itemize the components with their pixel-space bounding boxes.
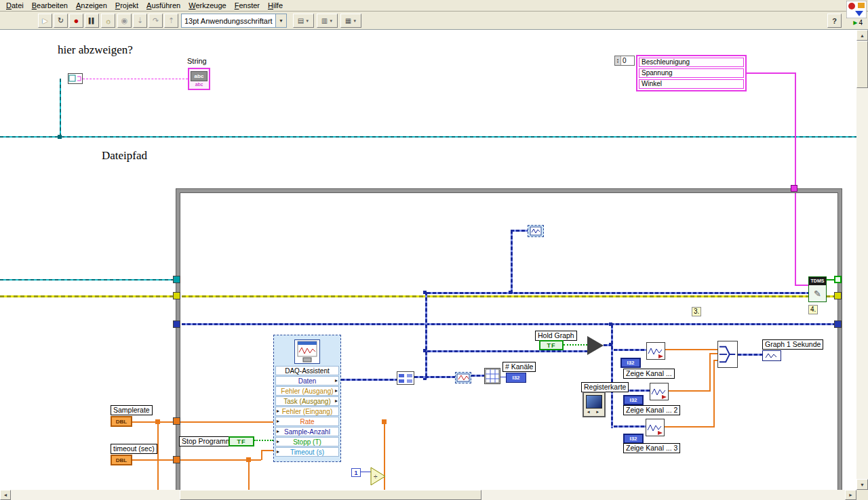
scroll-up-button[interactable]: ▲	[856, 30, 868, 41]
daq-row-fehler-ausgang[interactable]: Fehler (Ausgang)▸	[275, 386, 339, 396]
menu-item-datei[interactable]: Datei	[2, 1, 28, 11]
divide-node[interactable]: ÷	[370, 467, 387, 486]
graph-label: Graph 1 Sekunde	[762, 339, 823, 350]
num-channels-label: # Kanäle	[502, 362, 536, 372]
run-continuous-button[interactable]: ↻	[54, 14, 68, 28]
channel-name-row[interactable]: Winkel	[639, 79, 744, 89]
font-selector-value: 13pt Anwendungsschriftart	[182, 17, 275, 25]
font-selector[interactable]: 13pt Anwendungsschriftart ▼	[181, 14, 287, 28]
samplerate-label: Samplerate	[111, 405, 153, 415]
run-continuous-icon: ↻	[58, 16, 64, 25]
scroll-left-button[interactable]: ◄	[0, 490, 11, 500]
daq-row-rate[interactable]: ▸Rate	[275, 417, 339, 426]
num-channels-i32-terminal[interactable]: I32	[506, 373, 526, 383]
array-index-spinner[interactable]: ▲ ▼ 0	[614, 56, 635, 66]
menu-item-projekt[interactable]: Projekt	[111, 1, 142, 11]
horizontal-scroll-thumb[interactable]	[180, 490, 481, 500]
distribute-objects-dropdown[interactable]: ▥▼	[317, 14, 338, 28]
spin-down-icon: ▼	[616, 61, 619, 64]
select-node[interactable]	[587, 336, 604, 355]
spinner-arrows[interactable]: ▲ ▼	[615, 56, 621, 65]
string-indicator-terminal[interactable]: abc abc	[188, 68, 210, 90]
daq-row-fehler-eingang[interactable]: ▸Fehler (Eingang)	[275, 407, 339, 416]
menu-bar: Datei Bearbeiten Anzeigen Projekt Ausfüh…	[0, 0, 868, 12]
tab-control-image	[586, 395, 602, 409]
highlight-execution-button[interactable]: ☼	[101, 14, 115, 28]
daq-row-sample-anzahl[interactable]: ▸Sample-Anzahl	[275, 427, 339, 436]
retain-wire-values-icon: ◉	[121, 16, 128, 25]
retain-wire-values-button[interactable]: ◉	[117, 14, 132, 28]
daq-row-stopp[interactable]: ▸Stopp (T)	[275, 437, 339, 446]
daq-row-task-ausgang[interactable]: Task (Ausgang)▸	[275, 396, 339, 406]
show-channel-3-i32[interactable]: I32	[623, 434, 644, 444]
abort-button[interactable]: ●	[69, 14, 83, 28]
channel-name-array[interactable]: Beschleunigung Spannung Winkel	[636, 55, 747, 91]
numeric-constant-1[interactable]: 1	[351, 468, 361, 477]
loop-tunnel-data-in	[173, 320, 180, 328]
graph-terminal[interactable]	[762, 350, 781, 361]
step-over-button[interactable]: ↷	[149, 14, 163, 28]
menu-item-anzeigen[interactable]: Anzeigen	[72, 1, 111, 11]
menu-item-bearbeiten[interactable]: Bearbeiten	[28, 1, 72, 11]
scroll-right-button[interactable]: ►	[845, 490, 856, 500]
step-out-button[interactable]: ⇡	[164, 14, 178, 28]
channel-name-row[interactable]: Beschleunigung	[639, 58, 744, 67]
daq-row-daten[interactable]: Daten▸	[275, 376, 339, 386]
block-diagram-canvas[interactable]: hier abzweigen? Dateipfad	[0, 30, 856, 490]
running-vis-count: 4	[859, 19, 863, 26]
menu-item-hilfe[interactable]: Hilfe	[264, 1, 287, 11]
channel-name-row[interactable]: Spannung	[639, 68, 744, 78]
show-channel-2-i32[interactable]: I32	[623, 395, 644, 405]
step-over-icon: ↷	[153, 16, 159, 25]
dropdown-arrow-icon: ▼	[329, 19, 333, 23]
show-channel-1-i32[interactable]: I32	[620, 358, 641, 368]
array-size-node[interactable]	[484, 368, 500, 384]
merge-signals-node[interactable]	[717, 341, 738, 368]
convert-dynamic-data-node[interactable]	[397, 371, 414, 385]
loop-tunnel-timeout	[173, 456, 180, 463]
timeout-dbl-terminal[interactable]: DBL	[111, 455, 132, 465]
vertical-scrollbar: ▲ ▼	[856, 30, 868, 490]
resize-objects-dropdown[interactable]: ▦▼	[340, 14, 361, 28]
menu-item-werkzeuge[interactable]: Werkzeuge	[184, 1, 230, 11]
hold-graph-tf-terminal[interactable]: TF	[539, 340, 564, 350]
to-dynamic-data-node[interactable]	[528, 225, 544, 237]
samplerate-dbl-terminal[interactable]: DBL	[111, 416, 132, 427]
menu-item-ausfuehren[interactable]: Ausführen	[142, 1, 184, 11]
pencil-icon: ✎	[809, 285, 826, 301]
tdms-write-node[interactable]: TDMS ✎	[808, 276, 827, 302]
scroll-down-button[interactable]: ▼	[856, 479, 868, 490]
context-help-button[interactable]: ?	[827, 14, 842, 28]
stop-program-label: Stop Programm	[179, 436, 235, 446]
path-to-string-node[interactable]	[68, 73, 83, 84]
show-channel-3-vi[interactable]	[646, 419, 665, 436]
port-arrow-icon: ▸	[277, 408, 279, 414]
pause-button[interactable]: ▌▌	[85, 14, 99, 28]
dynamic-data-node[interactable]	[455, 372, 471, 383]
align-objects-dropdown[interactable]: ▤▼	[293, 14, 314, 28]
step-out-icon: ⇡	[168, 16, 174, 25]
run-button[interactable]: ▶	[38, 14, 52, 28]
align-icon: ▤	[298, 17, 304, 24]
menu-item-fenster[interactable]: Fenster	[231, 1, 264, 11]
string-indicator-label: String	[187, 57, 207, 65]
timeout-label: timeout (sec)	[111, 444, 157, 454]
scrollbar-corner	[856, 490, 868, 500]
tab-arrows-icon: ◄ ►	[587, 409, 602, 416]
divide-icon: ÷	[374, 473, 378, 480]
comment-filepath: Dateipfad	[102, 149, 147, 163]
port-arrow-icon: ▸	[277, 438, 279, 444]
show-channel-1-vi[interactable]	[646, 342, 665, 360]
scroll-up-icon: ▲	[860, 33, 865, 38]
daq-assistant-express-vi[interactable]: DAQ-Assistent Daten▸ Fehler (Ausgang)▸ T…	[273, 335, 341, 462]
abort-icon: ●	[74, 16, 79, 26]
step-into-button[interactable]: ⇣	[133, 14, 147, 28]
vertical-scroll-thumb[interactable]	[856, 41, 868, 88]
daq-row-timeout[interactable]: ▸Timeout (s)	[275, 447, 339, 457]
dropdown-arrow-icon[interactable]: ▼	[275, 14, 286, 27]
show-channel-2-vi[interactable]	[650, 383, 669, 400]
tab-control-terminal[interactable]: ◄ ►	[583, 392, 606, 417]
dropdown-arrow-icon: ▼	[353, 19, 357, 23]
daq-row-label: Fehler (Ausgang)	[281, 388, 333, 395]
stop-program-tf-terminal[interactable]: TF	[229, 436, 254, 446]
